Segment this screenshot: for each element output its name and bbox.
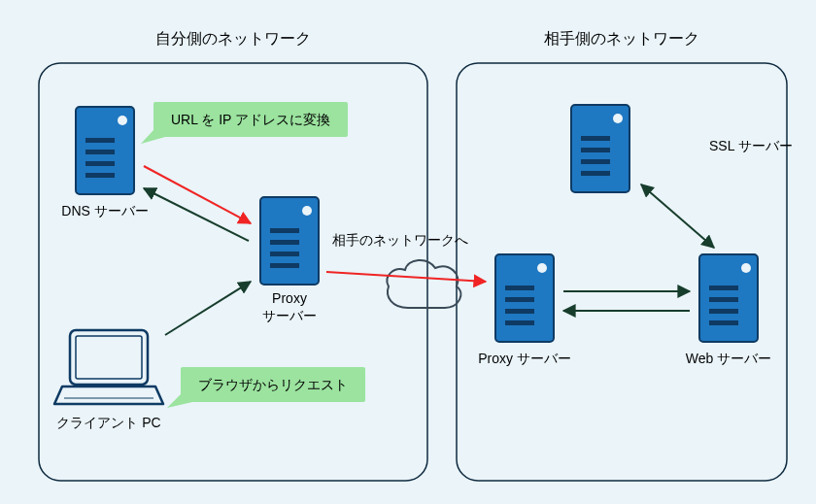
web-server-label: Web サーバー — [686, 351, 771, 366]
svg-rect-20 — [505, 320, 534, 325]
svg-rect-11 — [270, 263, 299, 268]
svg-rect-29 — [709, 286, 738, 290]
svg-rect-18 — [505, 297, 534, 302]
proxy-left-label-2: サーバー — [262, 308, 317, 323]
svg-rect-32 — [709, 320, 738, 325]
dns-callout: URL を IP アドレスに変換 — [141, 102, 348, 144]
svg-point-22 — [613, 114, 623, 123]
client-callout-text: ブラウザからリクエスト — [198, 377, 348, 392]
dns-callout-text: URL を IP アドレスに変換 — [171, 112, 330, 127]
svg-rect-26 — [581, 171, 610, 176]
svg-rect-2 — [85, 138, 115, 143]
dns-server-label: DNS サーバー — [61, 203, 148, 218]
svg-point-1 — [118, 116, 127, 125]
client-pc-icon — [54, 330, 163, 404]
svg-rect-8 — [270, 228, 299, 233]
svg-rect-4 — [85, 161, 115, 166]
arrow-proxyleft-to-proxyright — [326, 272, 486, 282]
svg-rect-23 — [581, 136, 610, 141]
svg-rect-3 — [85, 150, 115, 154]
svg-rect-13 — [76, 336, 142, 379]
title-left: 自分側のネットワーク — [155, 30, 311, 47]
network-diagram: 自分側のネットワーク 相手側のネットワーク DNS サーバー Proxy サーバ… — [0, 0, 816, 504]
arrow-ssl-web — [641, 185, 714, 248]
dns-server-icon — [76, 107, 134, 194]
client-callout: ブラウザからリクエスト — [167, 367, 365, 408]
svg-rect-10 — [270, 252, 299, 256]
title-right: 相手側のネットワーク — [544, 30, 699, 47]
proxy-left-icon — [260, 197, 319, 285]
svg-rect-9 — [270, 240, 299, 245]
ssl-server-label: SSL サーバー — [709, 138, 793, 153]
svg-rect-17 — [505, 286, 534, 290]
svg-rect-25 — [581, 159, 610, 164]
cloud-icon — [387, 260, 460, 308]
svg-rect-12 — [70, 330, 148, 385]
svg-point-28 — [741, 263, 751, 273]
svg-rect-31 — [709, 309, 738, 314]
svg-point-16 — [537, 263, 547, 273]
svg-rect-30 — [709, 297, 738, 302]
svg-rect-5 — [85, 173, 115, 178]
proxy-right-icon — [495, 254, 554, 342]
client-pc-label: クライアント PC — [56, 415, 160, 430]
arrow-client-to-proxy — [165, 282, 251, 335]
ssl-server-icon — [571, 105, 629, 192]
svg-rect-24 — [581, 148, 610, 152]
svg-point-7 — [302, 206, 312, 216]
proxy-right-label: Proxy サーバー — [478, 351, 571, 366]
to-peer-annotation: 相手のネットワークへ — [332, 232, 468, 248]
web-server-icon — [699, 254, 758, 342]
proxy-left-label-1: Proxy — [272, 290, 307, 306]
svg-rect-19 — [505, 309, 534, 314]
